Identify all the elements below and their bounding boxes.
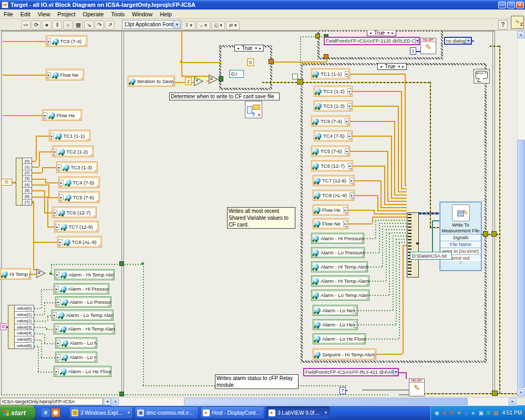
comment-label-1[interactable]: Writes all most recent Shared Variable v… xyxy=(227,207,295,229)
tray-icon-2[interactable]: ⊘ xyxy=(441,409,448,416)
chevron-down-icon[interactable]: ▼ xyxy=(397,65,401,68)
highlight-execution-button[interactable]: ☼ xyxy=(63,21,73,29)
sv-setpoint-hi-temp-alert[interactable]: Setpoint - Hi Temp Alert▸ xyxy=(313,349,376,360)
selector-next-arrow[interactable]: ► xyxy=(401,65,405,68)
retain-wire-values-button[interactable]: ▦ xyxy=(74,21,83,29)
sv-tc5-read[interactable]: TC5 (7-6)▸ xyxy=(311,146,350,157)
selector-next-arrow[interactable]: ► xyxy=(390,32,395,35)
error-dialog-node[interactable]: Error ?! xyxy=(473,69,490,84)
taskbar-button-2[interactable]: ►Host - DisplayControl.vi xyxy=(200,406,264,419)
scroll-down-button[interactable]: ▼ xyxy=(517,389,525,396)
menu-edit[interactable]: Edit xyxy=(17,11,34,18)
sv-iteration-to-save[interactable]: Iteration to Save▸ xyxy=(128,76,175,87)
tray-icon-6[interactable]: ► xyxy=(470,409,477,416)
close-button[interactable]: × xyxy=(516,2,524,8)
quicklaunch-icon-1[interactable]: e xyxy=(42,408,50,417)
minimize-button[interactable]: — xyxy=(498,2,506,8)
comment-label-2[interactable]: Writes alarm status to cFP Relay module xyxy=(215,374,298,389)
comment-label-0[interactable]: Determine when to write to CF card save … xyxy=(169,93,280,100)
fieldpoint-led-selector[interactable]: FieldPoint\cFP-ICSA\cFP-2120 @0\LED C▼ xyxy=(324,37,420,45)
distribute-objects-button[interactable]: ⠤ ▾ xyxy=(197,21,210,30)
sv-tc7-read[interactable]: TC7 (12-8)▸ xyxy=(313,175,355,186)
express-row-file-name[interactable]: File Name xyxy=(440,241,481,248)
sv-alarm-lo-pressure-write[interactable]: ▸Alarm - Lo Pressure xyxy=(55,296,111,308)
chevron-down-icon[interactable]: ▼ xyxy=(393,369,398,375)
case-selector-1[interactable]: ◄True▼► xyxy=(367,30,396,36)
help-button[interactable]: ? xyxy=(498,20,508,29)
step-over-button[interactable]: ↷ xyxy=(95,21,104,29)
express-row-signals[interactable]: Signals xyxy=(440,234,481,241)
sv-alarm-hi-temp-alarm-read[interactable]: Alarm - Hi Temp Alarm▸ xyxy=(311,275,369,286)
sv-alarm-hi-pressure-write[interactable]: ▸Alarm - Hi Pressure xyxy=(54,283,109,294)
sv-tc3-write[interactable]: ▸TC3 (1-3) xyxy=(56,161,98,173)
open-create-replace-file-node[interactable]: ? ✕ xyxy=(245,101,262,118)
sv-flow-ne-write[interactable]: ▸Flow Ne xyxy=(46,69,84,80)
taskbar-button-1[interactable]: ▣dmc-cosmos.mit.edu ... xyxy=(135,406,199,419)
pause-button[interactable]: ‖ xyxy=(53,21,62,29)
tab-scroll-left-button[interactable]: ◄ xyxy=(104,398,111,405)
chevron-down-icon[interactable]: ∨ xyxy=(440,261,481,264)
chevron-down-icon[interactable]: ▼ xyxy=(173,21,180,28)
sv-tc4-write[interactable]: ▸TC4 (7-5) xyxy=(58,177,100,188)
sv-tc2-write[interactable]: ▸TC2 (1-2) xyxy=(52,146,94,157)
run-continuous-button[interactable]: ⟳ xyxy=(32,21,41,29)
sv-alarm-hi-temp-alert-write[interactable]: ▸Alarm - Hi Temp Alert xyxy=(54,269,115,280)
sv-alarm-hi-pressure-read[interactable]: Alarm - Hi Pressure▸ xyxy=(311,233,364,244)
tray-icon-1[interactable]: ◉ xyxy=(434,409,440,416)
unbundle-node[interactable]: value[0]value[1]value[2]value[3]value[4]… xyxy=(8,305,34,349)
sv-tc3-read[interactable]: TC3 (1-3)▸ xyxy=(314,100,353,111)
vertical-scroll-thumb[interactable] xyxy=(517,140,525,388)
constant-7[interactable]: 7 xyxy=(339,387,346,394)
sv-hi-temp-alert[interactable]: Hi Temp Alert▸ xyxy=(0,268,31,280)
selector-prev-arrow[interactable]: ◄ xyxy=(236,47,240,50)
sv-tc6-write[interactable]: ▸TC6 (12-7) xyxy=(52,207,97,218)
sv-tc8-read[interactable]: TC8 (AL-9)▸ xyxy=(313,190,355,201)
chevron-down-icon[interactable]: ▼ xyxy=(466,38,471,44)
tray-icon-9[interactable]: ▨ xyxy=(492,409,499,416)
constant-0[interactable]: 0 xyxy=(247,58,254,66)
taskbar-clock[interactable]: 4:51 PM xyxy=(502,410,522,416)
sv-tc1-write[interactable]: ▸TC1 (1-1) xyxy=(49,130,90,141)
chevron-down-icon[interactable]: ▼ xyxy=(415,38,419,44)
sv-tc8-write[interactable]: ▸TC8 (AL-9) xyxy=(57,236,102,248)
array-input-terminal[interactable]: ▥ xyxy=(1,179,12,186)
alarm-compare-node[interactable]: ▷ ≥ xyxy=(36,266,46,279)
project-target-tab[interactable]: ICSA-targetOnly.lvproj/cFP-ICSA xyxy=(1,398,103,405)
sv-alarm-lo-he-write[interactable]: ▸Alarm - Lo He xyxy=(55,352,97,363)
abort-button[interactable]: ● xyxy=(42,21,52,29)
fieldpoint-write-node[interactable]: FIELDPT ✎ xyxy=(420,38,436,54)
menu-window[interactable]: Window xyxy=(128,11,156,18)
greater-equal-node[interactable]: ▷ ≥ xyxy=(209,72,218,85)
selector-next-arrow[interactable]: ► xyxy=(258,47,262,50)
multiply-node[interactable]: ▷ × xyxy=(194,74,203,87)
constant-2[interactable]: 2 xyxy=(185,77,192,85)
chevron-down-icon[interactable]: ▼ xyxy=(254,47,258,50)
menu-tools[interactable]: Tools xyxy=(107,11,128,18)
start-button[interactable]: start xyxy=(0,405,36,420)
horizontal-scroll-thumb[interactable] xyxy=(184,398,468,405)
resize-objects-button[interactable]: ◱ ▾ xyxy=(211,21,225,30)
maximize-button[interactable]: □ xyxy=(507,2,515,8)
sv-alarm-hi-temp-alarm-write[interactable]: ▸Alarm - Hi Temp Alarm xyxy=(54,323,115,334)
sv-tc1-read[interactable]: TC1 (1-1)▸ xyxy=(311,68,350,79)
menu-view[interactable]: View xyxy=(34,11,54,18)
sv-tc4-read[interactable]: TC4 (7-5)▸ xyxy=(314,130,353,141)
menu-project[interactable]: Project xyxy=(54,11,79,18)
chevron-down-icon[interactable]: ▼ xyxy=(386,32,390,35)
tray-icon-8[interactable]: ⊕ xyxy=(485,409,492,416)
quicklaunch-icon-2[interactable]: ◉ xyxy=(52,408,60,417)
sv-flow-he-read[interactable]: Flow He▸ xyxy=(313,204,348,216)
tray-icon-7[interactable]: ▣ xyxy=(478,409,485,416)
scroll-left-button[interactable]: ◄ xyxy=(111,398,119,405)
sv-flow-ne-read[interactable]: Flow Ne▸ xyxy=(313,218,348,229)
path-label-icsa-txt[interactable]: D:\Data\ICSA.txt xyxy=(410,252,452,260)
index-array-node[interactable]: [0][1][2][3][4][5][6][7] xyxy=(16,158,32,206)
step-out-button[interactable]: ↗ xyxy=(105,21,115,29)
step-into-button[interactable]: ↘ xyxy=(84,21,94,29)
merge-signals-node[interactable] xyxy=(407,212,419,278)
menu-operate[interactable]: Operate xyxy=(79,11,108,18)
sv-tc2-read[interactable]: TC2 (1-2)▸ xyxy=(314,86,353,97)
sv-tc9-read[interactable]: TC9 (7-4)▸ xyxy=(311,116,350,127)
write-to-measurement-file-node[interactable]: ▤✎ Write To Measurement File Signals Fil… xyxy=(440,202,481,271)
scroll-up-button[interactable]: ▲ xyxy=(517,31,525,38)
